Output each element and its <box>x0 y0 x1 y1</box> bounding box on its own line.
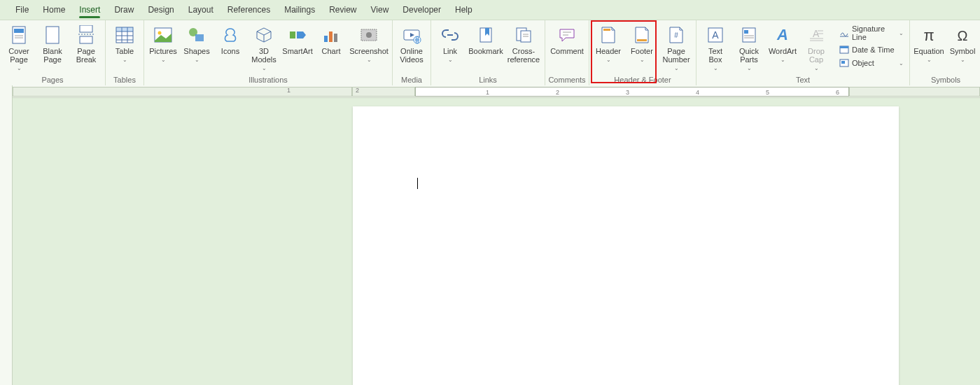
vertical-ruler[interactable] <box>0 85 13 385</box>
header-label: Header <box>596 47 621 55</box>
svg-rect-24 <box>329 31 332 42</box>
symbol-label: Symbol <box>950 47 976 55</box>
bookmark-button[interactable]: Bookmark <box>468 22 504 74</box>
link-button[interactable]: Link ⌄ <box>434 22 466 74</box>
online-videos-label: OnlineVideos <box>400 47 423 64</box>
ruler-tick: 1 <box>287 87 290 94</box>
cross-reference-button[interactable]: Cross-reference <box>505 22 542 74</box>
signature-line-button[interactable]: Signature Line ⌄ <box>836 23 906 43</box>
ruler-tick: 4 <box>696 89 699 96</box>
wordart-button[interactable]: A WordArt ⌄ <box>766 22 799 74</box>
chevron-down-icon: ⌄ <box>814 65 819 71</box>
icons-button[interactable]: Icons <box>214 22 246 74</box>
group-links: Link ⌄ Bookmark Cross-reference Links <box>431 20 545 85</box>
ruler-tick: 2 <box>556 89 559 96</box>
date-time-label: Date & Time <box>852 46 895 54</box>
group-media-label: Media <box>401 74 422 85</box>
comment-button[interactable]: Comment <box>548 22 586 74</box>
page-break-icon <box>76 24 97 46</box>
chevron-down-icon: ⌄ <box>674 65 679 71</box>
chevron-down-icon: ⌄ <box>17 65 22 71</box>
group-symbols-label: Symbols <box>931 74 960 85</box>
signature-line-label: Signature Line <box>852 24 896 41</box>
horizontal-ruler[interactable]: 1 2 3 4 5 6 1 2 <box>13 85 980 98</box>
page-number-button[interactable]: # PageNumber ⌄ <box>659 22 693 74</box>
signature-line-icon <box>839 28 849 38</box>
menu-file[interactable]: File <box>8 2 36 18</box>
group-header-footer: Header ⌄ Footer ⌄ # PageNumber ⌄ Header … <box>589 20 696 85</box>
drop-cap-icon: A <box>806 24 827 46</box>
chevron-down-icon: ⌄ <box>960 57 965 63</box>
quick-parts-label: QuickParts <box>739 47 759 64</box>
svg-text:#: # <box>674 31 678 39</box>
3d-models-icon <box>253 24 274 46</box>
group-illustrations-label: Illustrations <box>248 74 288 85</box>
menu-insert[interactable]: Insert <box>72 2 107 18</box>
date-time-button[interactable]: Date & Time <box>836 43 906 56</box>
group-pages-label: Pages <box>41 74 63 85</box>
drop-cap-button[interactable]: A DropCap ⌄ <box>800 22 832 74</box>
icons-icon <box>220 24 241 46</box>
menu-draw[interactable]: Draw <box>107 2 141 18</box>
date-time-icon <box>839 45 849 55</box>
bookmark-label: Bookmark <box>468 47 503 55</box>
chevron-down-icon: ⌄ <box>747 65 752 71</box>
document-area: 1 2 3 4 5 6 1 2 <box>0 85 980 385</box>
text-box-icon: A <box>705 24 726 46</box>
shapes-button[interactable]: Shapes ⌄ <box>181 22 213 74</box>
shapes-icon <box>186 24 207 46</box>
svg-text:π: π <box>923 27 934 44</box>
footer-button[interactable]: Footer ⌄ <box>626 22 658 74</box>
svg-rect-6 <box>80 36 92 43</box>
table-label: Table <box>115 47 134 55</box>
pictures-button[interactable]: Pictures ⌄ <box>147 22 179 74</box>
header-button[interactable]: Header ⌄ <box>592 22 624 74</box>
group-symbols: π Equation ⌄ Ω Symbol ⌄ Symbols <box>910 20 980 85</box>
screenshot-icon <box>358 24 379 46</box>
symbol-button[interactable]: Ω Symbol ⌄ <box>946 22 979 74</box>
chevron-down-icon: ⌄ <box>713 65 718 71</box>
text-box-button[interactable]: A TextBox ⌄ <box>699 22 732 74</box>
3d-models-button[interactable]: 3DModels ⌄ <box>248 22 280 74</box>
equation-button[interactable]: π Equation ⌄ <box>913 22 945 74</box>
drop-cap-label: DropCap <box>808 47 825 64</box>
3d-models-label: 3DModels <box>251 47 276 64</box>
menu-review[interactable]: Review <box>322 2 363 18</box>
quick-parts-button[interactable]: QuickParts ⌄ <box>733 22 765 74</box>
screenshot-button[interactable]: Screenshot ⌄ <box>349 22 389 74</box>
icons-label: Icons <box>221 47 239 55</box>
ruler-tick: 2 <box>356 87 359 94</box>
menu-mailings[interactable]: Mailings <box>277 2 322 18</box>
smartart-button[interactable]: SmartArt <box>281 22 314 74</box>
blank-page-button[interactable]: BlankPage <box>36 22 69 74</box>
group-header-footer-label: Header & Footer <box>614 74 671 85</box>
chevron-down-icon: ⌄ <box>606 57 611 63</box>
text-cursor <box>417 178 418 189</box>
menu-help[interactable]: Help <box>448 2 479 18</box>
online-videos-icon <box>401 24 422 46</box>
footer-label: Footer <box>631 47 653 55</box>
menu-layout[interactable]: Layout <box>181 2 220 18</box>
pictures-icon <box>153 24 174 46</box>
chevron-down-icon: ⌄ <box>448 57 453 63</box>
bookmark-icon <box>475 24 496 46</box>
chevron-down-icon: ⌄ <box>262 65 267 71</box>
chevron-down-icon: ⌄ <box>640 57 645 63</box>
menu-references[interactable]: References <box>220 2 277 18</box>
cover-page-button[interactable]: CoverPage ⌄ <box>3 22 35 74</box>
page-break-button[interactable]: PageBreak <box>70 22 102 74</box>
document-page[interactable] <box>353 106 899 385</box>
chart-button[interactable]: Chart <box>315 22 347 74</box>
object-button[interactable]: Object ⌄ <box>836 57 906 69</box>
table-button[interactable]: Table ⌄ <box>108 22 141 74</box>
blank-page-label: BlankPage <box>43 47 62 64</box>
online-videos-button[interactable]: OnlineVideos <box>396 22 428 74</box>
ruler-tick: 6 <box>836 89 839 96</box>
equation-icon: π <box>918 24 939 46</box>
menu-design[interactable]: Design <box>141 2 181 18</box>
menu-developer[interactable]: Developer <box>396 2 448 18</box>
menu-home[interactable]: Home <box>36 2 72 18</box>
svg-rect-25 <box>334 34 337 42</box>
menu-view[interactable]: View <box>364 2 396 18</box>
blank-page-icon <box>42 24 63 46</box>
